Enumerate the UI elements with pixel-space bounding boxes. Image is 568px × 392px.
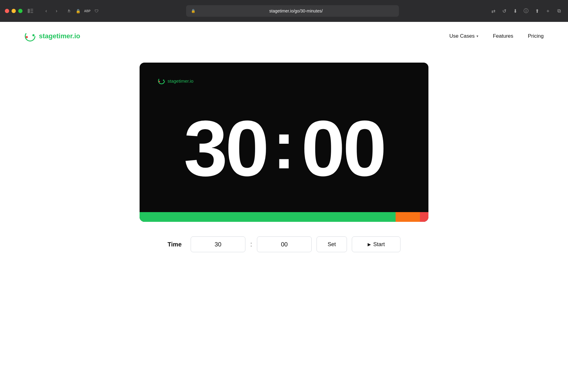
traffic-light-red[interactable] (5, 9, 9, 13)
shield-ext-icon: 🛡 (93, 8, 100, 14)
nav-features[interactable]: Features (493, 33, 513, 39)
time-label: Time (168, 241, 186, 248)
main-content: stagetimer.io 30 : 00 Time : Set ▶ Start (0, 50, 568, 270)
time-separator-colon: : (250, 240, 252, 248)
svg-point-5 (26, 36, 28, 38)
traffic-lights (5, 9, 23, 13)
privacy-ext-icon: 🔒 (75, 8, 81, 14)
share-icon[interactable]: ⬆ (533, 7, 541, 15)
svg-rect-3 (30, 12, 33, 13)
progress-red (420, 212, 428, 222)
logo-icon (24, 30, 36, 42)
timer-brand: stagetimer.io (158, 77, 410, 84)
svg-point-9 (163, 80, 164, 81)
download-icon[interactable]: ⬇ (511, 7, 519, 15)
start-button[interactable]: ▶ Start (352, 236, 400, 252)
minutes-input[interactable] (191, 236, 245, 252)
play-icon: ▶ (368, 242, 371, 247)
url-text: stagetimer.io/go/30-minutes/ (198, 9, 394, 13)
honey-ext-icon: ℏ (66, 8, 72, 14)
lock-icon: 🔒 (191, 9, 196, 13)
nav-use-cases[interactable]: Use Cases ▾ (449, 33, 478, 39)
timer-seconds: 00 (301, 109, 384, 188)
svg-point-8 (159, 81, 160, 82)
svg-point-6 (33, 34, 35, 36)
start-label: Start (373, 241, 385, 248)
address-bar[interactable]: 🔒 stagetimer.io/go/30-minutes/ (186, 5, 399, 17)
chevron-down-icon: ▾ (476, 34, 478, 38)
adblock-ext-icon: ABP (84, 8, 91, 14)
translate-icon[interactable]: ⇄ (489, 7, 497, 15)
set-button[interactable]: Set (317, 236, 347, 252)
timer-controls: Time : Set ▶ Start (161, 236, 407, 252)
forward-button[interactable]: › (52, 7, 61, 15)
browser-chrome: ‹ › ℏ 🔒 ABP 🛡 🔒 stagetimer.io/go/30-minu… (0, 0, 568, 22)
back-button[interactable]: ‹ (42, 7, 50, 15)
seconds-input[interactable] (257, 236, 312, 252)
site-header: stagetimer.io Use Cases ▾ Features Prici… (0, 22, 568, 50)
svg-rect-2 (30, 11, 33, 12)
progress-orange (396, 212, 420, 222)
timer-inner: stagetimer.io 30 : 00 (140, 63, 428, 212)
traffic-light-green[interactable] (18, 9, 23, 13)
browser-extensions: ℏ 🔒 ABP 🛡 (66, 8, 100, 14)
progress-green (140, 212, 396, 222)
main-nav: Use Cases ▾ Features Pricing (449, 33, 544, 39)
timer-minutes: 30 (184, 109, 267, 188)
timer-display: 30 : 00 (158, 91, 410, 212)
timer-container: stagetimer.io 30 : 00 (140, 63, 428, 222)
timer-brand-text: stagetimer.io (168, 78, 193, 84)
browser-right-actions: ⇄ ↺ ⬇ ⓘ ⬆ ＋ ⧉ (489, 7, 563, 15)
progress-bar (140, 212, 428, 222)
logo[interactable]: stagetimer.io (24, 30, 80, 42)
browser-nav-controls: ‹ › (42, 7, 61, 15)
svg-rect-1 (30, 9, 33, 10)
sidebar-toggle-icon[interactable] (26, 7, 35, 15)
new-tab-icon[interactable]: ＋ (544, 7, 552, 15)
windows-icon[interactable]: ⧉ (555, 7, 563, 15)
timer-colon: : (273, 112, 295, 179)
info-icon[interactable]: ⓘ (522, 7, 530, 15)
svg-rect-0 (28, 9, 30, 13)
traffic-light-yellow[interactable] (12, 9, 16, 13)
refresh-icon[interactable]: ↺ (500, 7, 508, 15)
timer-brand-icon (158, 77, 165, 84)
logo-text: stagetimer.io (39, 32, 80, 40)
nav-pricing[interactable]: Pricing (528, 33, 544, 39)
